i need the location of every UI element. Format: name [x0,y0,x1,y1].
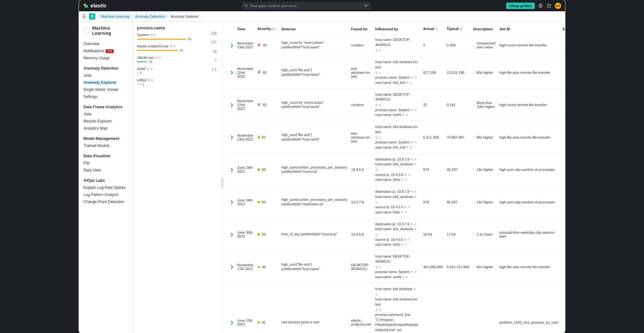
elastic-logo[interactable]: elastic [83,3,107,9]
minus-filter-icon[interactable]: ⊖ [153,33,156,37]
expand-row-button[interactable]: ❯ [228,121,235,154]
col-typical[interactable]: Typicalⓘ [445,24,471,34]
row-actions-button[interactable] [561,34,565,56]
row-actions-button[interactable] [561,121,565,154]
expand-row-button[interactable]: ❯ [228,56,235,89]
expand-row-button[interactable]: ❯ [228,283,235,333]
col-found-for[interactable]: Found for [349,24,373,34]
sidebar-item[interactable]: Data View [83,167,128,174]
row-actions-button[interactable] [561,283,565,333]
col-time[interactable]: Time [235,24,255,34]
col-detector[interactable]: Detector [280,24,349,34]
sidebar-item[interactable]: Trained Models [83,142,128,149]
sidebar-item[interactable]: Memory Usage [83,54,128,62]
nav-toggle-icon[interactable]: ☰ [82,14,86,19]
sidebar-item[interactable]: Anomaly Explorer [83,79,128,86]
expand-row-button[interactable]: ❯ [228,34,235,56]
plus-filter-icon[interactable]: ⊕ [401,210,403,215]
expand-row-button[interactable]: ❯ [228,186,235,219]
minus-filter-icon[interactable]: ⊖ [173,44,176,48]
col-job-id[interactable]: Job ID [497,24,561,34]
sidebar-item[interactable]: Notifications172 [83,47,128,54]
minus-filter-icon[interactable]: ⊖ [375,168,378,172]
plus-filter-icon[interactable]: ⊕ [155,56,158,59]
minus-filter-icon[interactable]: ⊖ [404,178,407,182]
sidebar-item[interactable]: Jobs [83,111,128,118]
minus-filter-icon[interactable]: ⊖ [414,222,417,227]
panel-resize-handle[interactable] [221,177,223,187]
minus-filter-icon[interactable]: ⊖ [406,113,408,117]
plus-filter-icon[interactable]: ⊕ [375,265,378,270]
minus-filter-icon[interactable]: ⊖ [414,270,417,274]
row-actions-button[interactable] [561,251,565,283]
minus-filter-icon[interactable]: ⊖ [379,136,381,140]
plus-filter-icon[interactable]: ⊕ [150,33,153,37]
minus-filter-icon[interactable]: ⊖ [414,108,417,113]
info-icon[interactable]: ⓘ [459,27,462,31]
minus-filter-icon[interactable]: ⊖ [410,81,412,85]
minus-filter-icon[interactable]: ⊖ [375,201,378,205]
plus-filter-icon[interactable]: ⊕ [414,162,417,167]
sidebar-item[interactable]: Log Pattern Analysis [83,191,128,198]
minus-filter-icon[interactable]: ⊖ [151,78,153,82]
plus-filter-icon[interactable]: ⊕ [402,275,405,279]
plus-filter-icon[interactable]: ⊕ [148,78,150,82]
sidebar-item[interactable]: Overview [83,40,128,47]
minus-filter-icon[interactable]: ⊖ [414,75,417,80]
plus-filter-icon[interactable]: ⊕ [375,49,378,53]
process-item[interactable]: elastic-endpoint.exe ⊕⊖ 38 177 [137,44,218,52]
minus-filter-icon[interactable]: ⊖ [150,67,153,71]
minus-filter-icon[interactable]: ⊖ [408,173,410,177]
col-influenced-by[interactable]: Influenced by [373,24,421,34]
space-selector[interactable]: D [89,13,95,20]
sidebar-item[interactable]: Settings [83,93,128,100]
sidebar-item[interactable]: Change Point Detection [83,198,128,205]
col-description[interactable]: Description [471,24,497,34]
row-actions-button[interactable] [561,218,565,251]
info-icon[interactable]: ⓘ [272,27,275,31]
plus-filter-icon[interactable]: ⊕ [375,308,378,312]
minus-filter-icon[interactable]: ⊖ [375,292,378,297]
plus-filter-icon[interactable]: ⊕ [411,108,413,113]
process-item[interactable]: System ⊕⊖ 50 132 [137,33,218,41]
minus-filter-icon[interactable]: ⊖ [379,103,381,108]
expand-row-button[interactable]: ❯ [228,89,235,121]
sidebar-item[interactable]: Results Explorer [83,118,128,125]
process-item[interactable]: rdpclip.exe ⊕⊖ 18 18 [137,55,218,64]
minus-filter-icon[interactable]: ⊖ [414,190,417,194]
sidebar-item[interactable]: Analytics Map [83,125,128,132]
sidebar-item[interactable]: Jobs [83,72,128,79]
breadcrumb-ml[interactable]: Machine Learning [98,14,134,19]
plus-filter-icon[interactable]: ⊕ [410,157,413,162]
plus-filter-icon[interactable]: ⊕ [375,103,378,108]
minus-filter-icon[interactable]: ⊖ [406,275,408,279]
plus-filter-icon[interactable]: ⊕ [414,227,417,231]
plus-filter-icon[interactable]: ⊕ [402,113,405,117]
plus-filter-icon[interactable]: ⊕ [401,178,403,182]
row-actions-button[interactable] [561,153,565,186]
plus-filter-icon[interactable]: ⊕ [413,287,416,291]
minus-filter-icon[interactable]: ⊖ [404,210,407,215]
expand-row-button[interactable]: ❯ [228,218,235,251]
col-actual[interactable]: Actualⓘ [421,24,445,34]
expand-row-button[interactable]: ❯ [228,251,235,283]
setup-guides-button[interactable]: Setup guides [506,3,535,9]
plus-filter-icon[interactable]: ⊕ [170,44,172,48]
plus-filter-icon[interactable]: ⊕ [404,173,407,177]
plus-filter-icon[interactable]: ⊕ [375,136,378,140]
globe-icon[interactable] [538,3,543,8]
global-search[interactable]: Find apps, content, and more. ⌘/ [242,2,371,10]
minus-filter-icon[interactable]: ⊖ [408,205,410,210]
plus-filter-icon[interactable]: ⊕ [401,242,403,247]
plus-filter-icon[interactable]: ⊕ [406,81,409,85]
news-icon[interactable] [546,3,552,8]
minus-filter-icon[interactable]: ⊖ [379,308,381,312]
breadcrumb-ad[interactable]: Anomaly Detection [132,14,169,19]
plus-filter-icon[interactable]: ⊕ [411,75,413,80]
row-actions-button[interactable] [561,186,565,219]
plus-filter-icon[interactable]: ⊕ [406,145,409,150]
plus-filter-icon[interactable]: ⊕ [404,238,407,242]
process-item[interactable]: vsftpd ⊕⊖ ~ < 1 < 1 [137,78,218,86]
plus-filter-icon[interactable]: ⊕ [411,140,413,145]
sidebar-item[interactable]: File [83,160,128,167]
